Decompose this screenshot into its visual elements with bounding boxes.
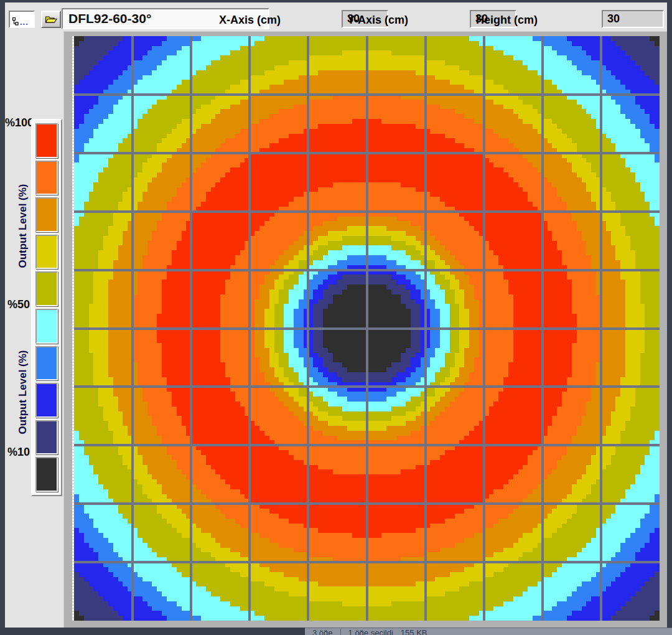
- open-file-button[interactable]: [41, 11, 61, 28]
- plot-area: [74, 36, 660, 621]
- legend-swatch: [35, 383, 58, 418]
- height-value[interactable]: 30: [602, 10, 664, 28]
- background-window-edge: [0, 628, 305, 635]
- legend-swatch: [35, 197, 58, 232]
- legend-swatch: [35, 420, 58, 455]
- legend-mark-10: %10: [5, 446, 30, 459]
- legend-mark-50: %50: [5, 298, 30, 311]
- status-item-count: 3 öğe: [312, 628, 333, 635]
- x-axis-label: X-Axis (cm): [218, 12, 281, 27]
- legend-swatch: [35, 346, 58, 381]
- grid-line-horizontal: [74, 385, 660, 388]
- grid-line-horizontal: [74, 210, 660, 213]
- output-level-label-upper: Output Level (%): [17, 184, 29, 268]
- legend-mark-100: %100: [5, 116, 30, 129]
- output-level-label-lower: Output Level (%): [17, 350, 29, 434]
- grid-line-horizontal: [74, 269, 660, 271]
- grid-line-horizontal: [74, 444, 660, 446]
- plot-frame: [63, 31, 667, 628]
- grid-line-horizontal: [74, 93, 660, 96]
- grid-line-horizontal: [74, 561, 660, 563]
- path-control[interactable]: ...: [9, 11, 35, 28]
- legend-swatch: [35, 457, 58, 492]
- app-panel: ... DFL92-60-30° X-Axis (cm) 30 Y-Axis (…: [5, 2, 667, 628]
- legend-swatch: [35, 161, 58, 195]
- status-separator: [340, 629, 341, 635]
- path-text: ...: [20, 19, 29, 26]
- y-axis-label: Y-Axis (cm): [346, 12, 408, 27]
- status-size: 155 KB: [401, 628, 427, 635]
- explorer-status-bar: 3 öğe 1 öğe seçildi 155 KB: [305, 628, 672, 635]
- status-selection: 1 öğe seçildi: [348, 628, 393, 635]
- open-folder-icon: [45, 15, 57, 24]
- legend-swatch: [35, 235, 58, 270]
- grid-line-horizontal: [74, 502, 660, 505]
- color-ramp: [31, 119, 62, 496]
- grid-line-horizontal: [74, 152, 660, 154]
- path-icon: [12, 17, 19, 26]
- legend-swatch: [35, 309, 58, 344]
- legend-swatch: [35, 271, 58, 306]
- grid-line-horizontal: [74, 327, 660, 330]
- height-label: Height (cm): [475, 12, 538, 27]
- legend-swatch: [35, 123, 58, 158]
